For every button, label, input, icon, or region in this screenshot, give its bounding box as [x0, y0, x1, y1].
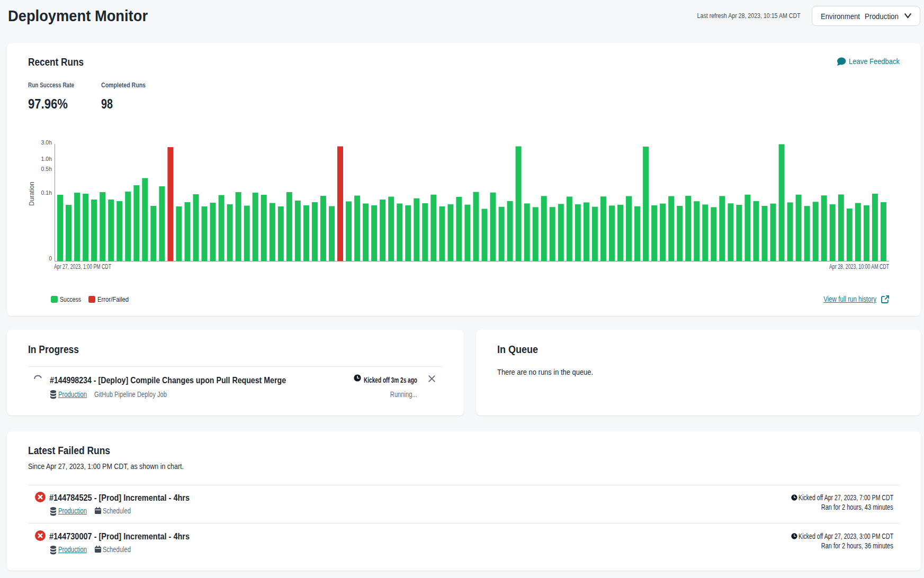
svg-text:0.1h: 0.1h [41, 189, 52, 196]
svg-text:1.0h: 1.0h [41, 156, 52, 162]
svg-text:Apr 27, 2023, 1:00 PM CDT: Apr 27, 2023, 1:00 PM CDT [54, 263, 111, 270]
svg-text:Apr 28, 2023, 10:00 AM CDT: Apr 28, 2023, 10:00 AM CDT [829, 263, 889, 270]
svg-text:0.5h: 0.5h [41, 166, 52, 172]
svg-text:Duration: Duration [28, 182, 35, 205]
svg-text:0: 0 [49, 255, 52, 261]
svg-text:3.0h: 3.0h [41, 140, 52, 146]
